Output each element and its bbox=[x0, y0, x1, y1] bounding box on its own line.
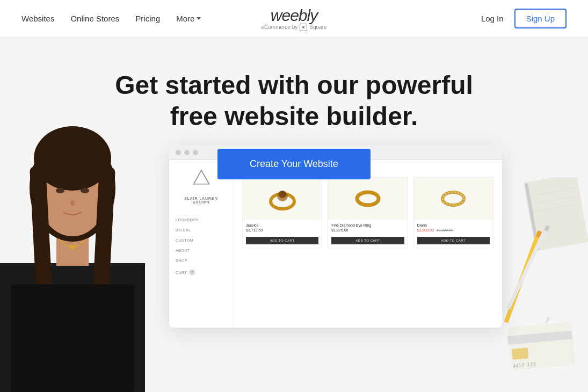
product-info-1: Jessica $1,712.50 ADD TO CART bbox=[243, 220, 322, 248]
login-button[interactable]: Log In bbox=[481, 14, 504, 23]
square-logo-icon: ■ bbox=[300, 24, 307, 31]
product-image-1 bbox=[243, 177, 322, 220]
product-price-1: $1,712.50 bbox=[246, 228, 318, 232]
mockup-sidebar: BLAIR LAUREN BROWN LOOKBOOK BRIDAL CUSTO… bbox=[169, 160, 234, 328]
product-card-2: Fine Diamond Eye Ring $1,275.00 ADD TO C… bbox=[328, 177, 408, 248]
product-price-3: $1,900.00 $2,299.00 bbox=[417, 228, 490, 232]
mockup-brand-name: BLAIR LAUREN BROWN bbox=[176, 197, 227, 204]
mockup-nav-about: ABOUT bbox=[176, 248, 227, 253]
logo-wordmark: weebly bbox=[261, 6, 326, 25]
add-to-cart-btn-3[interactable]: ADD TO CART bbox=[417, 237, 490, 244]
nav-pricing[interactable]: Pricing bbox=[135, 14, 160, 23]
product-price-2: $1,275.00 bbox=[331, 228, 404, 232]
products-grid: Jessica $1,712.50 ADD TO CART bbox=[242, 177, 493, 248]
product-image-2 bbox=[328, 177, 407, 220]
mockup-nav-shop: SHOP bbox=[176, 258, 227, 264]
svg-point-16 bbox=[357, 192, 379, 205]
signup-button[interactable]: Sign Up bbox=[514, 9, 567, 28]
product-price-orig-3: $2,299.00 bbox=[437, 228, 453, 232]
mockup-nav-cart: CART 2 bbox=[176, 268, 227, 277]
header: Websites Online Stores Pricing More weeb… bbox=[0, 0, 588, 38]
decorative-right: 4417 123 bbox=[491, 177, 588, 392]
product-price-sale-3: $1,900.00 bbox=[417, 228, 434, 232]
nav-more[interactable]: More bbox=[176, 14, 201, 23]
nav-online-stores[interactable]: Online Stores bbox=[70, 14, 119, 23]
product-image-3 bbox=[414, 177, 493, 220]
product-card-3: Diana $1,900.00 $2,299.00 ADD TO CART bbox=[413, 177, 493, 248]
logo-sub: eCommerce by ■ Square bbox=[261, 24, 326, 31]
cart-badge: 2 bbox=[189, 269, 195, 275]
nav-websites[interactable]: Websites bbox=[21, 14, 54, 23]
svg-rect-10 bbox=[11, 285, 134, 392]
svg-point-15 bbox=[279, 191, 286, 198]
mockup-nav-custom: CUSTOM bbox=[176, 237, 227, 243]
product-card-1: Jessica $1,712.50 ADD TO CART bbox=[242, 177, 322, 248]
hero-section: Get started with our powerful free websi… bbox=[0, 38, 588, 392]
product-info-2: Fine Diamond Eye Ring $1,275.00 ADD TO C… bbox=[328, 220, 407, 248]
browser-content: BLAIR LAUREN BROWN LOOKBOOK BRIDAL CUSTO… bbox=[169, 160, 502, 328]
product-name-2: Fine Diamond Eye Ring bbox=[331, 223, 404, 227]
nav-left: Websites Online Stores Pricing More bbox=[21, 14, 201, 23]
svg-point-8 bbox=[81, 188, 89, 193]
mockup-nav-bridal: BRIDAL bbox=[176, 227, 227, 233]
hero-text: Get started with our powerful free websi… bbox=[0, 38, 588, 179]
svg-point-7 bbox=[56, 188, 64, 193]
mockup-main: BEST SELLERS Jessica bbox=[234, 160, 502, 328]
logo: weebly eCommerce by ■ Square bbox=[261, 6, 326, 31]
svg-rect-27 bbox=[506, 226, 548, 310]
product-info-3: Diana $1,900.00 $2,299.00 ADD TO CART bbox=[414, 220, 493, 248]
mockup-nav-lookbook: LOOKBOOK bbox=[176, 217, 227, 223]
hero-title: Get started with our powerful free websi… bbox=[106, 70, 482, 132]
product-name-3: Diana bbox=[417, 223, 490, 227]
add-to-cart-btn-1[interactable]: ADD TO CART bbox=[246, 237, 318, 244]
create-website-button[interactable]: Create Your Website bbox=[217, 149, 371, 179]
product-name-1: Jessica bbox=[246, 223, 318, 227]
chevron-down-icon bbox=[197, 17, 201, 20]
add-to-cart-btn-2[interactable]: ADD TO CART bbox=[331, 237, 404, 244]
svg-point-9 bbox=[70, 200, 75, 206]
svg-rect-32 bbox=[512, 347, 529, 360]
nav-right: Log In Sign Up bbox=[481, 9, 567, 28]
